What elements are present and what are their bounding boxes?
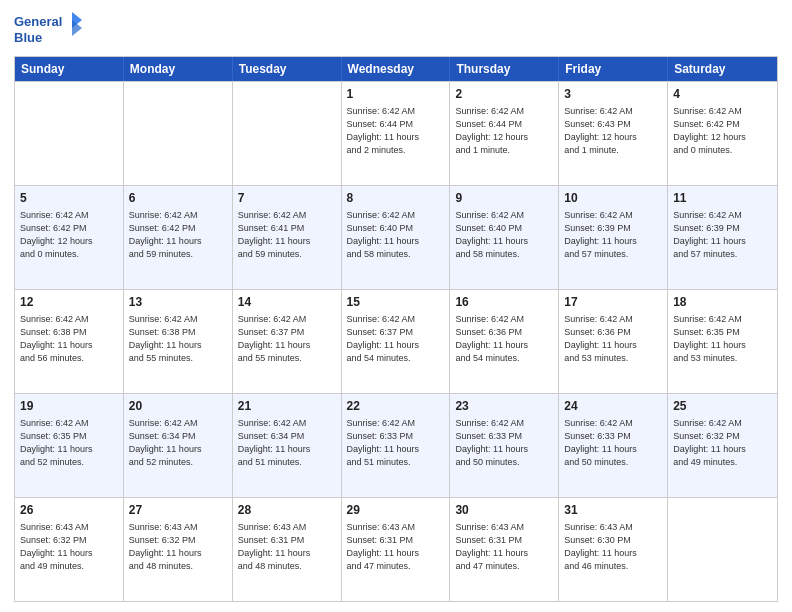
calendar-cell: 9Sunrise: 6:42 AMSunset: 6:40 PMDaylight… <box>450 186 559 289</box>
day-number: 1 <box>347 86 445 103</box>
day-number: 3 <box>564 86 662 103</box>
cell-info: Sunrise: 6:42 AMSunset: 6:42 PMDaylight:… <box>129 209 227 261</box>
day-number: 22 <box>347 398 445 415</box>
header-day-friday: Friday <box>559 57 668 81</box>
calendar-row-1: 5Sunrise: 6:42 AMSunset: 6:42 PMDaylight… <box>15 185 777 289</box>
calendar-cell: 28Sunrise: 6:43 AMSunset: 6:31 PMDayligh… <box>233 498 342 601</box>
day-number: 27 <box>129 502 227 519</box>
cell-info: Sunrise: 6:42 AMSunset: 6:33 PMDaylight:… <box>455 417 553 469</box>
cell-info: Sunrise: 6:42 AMSunset: 6:44 PMDaylight:… <box>347 105 445 157</box>
calendar-cell <box>668 498 777 601</box>
day-number: 9 <box>455 190 553 207</box>
cell-info: Sunrise: 6:42 AMSunset: 6:42 PMDaylight:… <box>20 209 118 261</box>
calendar-cell: 15Sunrise: 6:42 AMSunset: 6:37 PMDayligh… <box>342 290 451 393</box>
header-day-tuesday: Tuesday <box>233 57 342 81</box>
calendar-cell: 4Sunrise: 6:42 AMSunset: 6:42 PMDaylight… <box>668 82 777 185</box>
calendar-cell: 25Sunrise: 6:42 AMSunset: 6:32 PMDayligh… <box>668 394 777 497</box>
calendar-cell: 29Sunrise: 6:43 AMSunset: 6:31 PMDayligh… <box>342 498 451 601</box>
cell-info: Sunrise: 6:42 AMSunset: 6:42 PMDaylight:… <box>673 105 772 157</box>
day-number: 18 <box>673 294 772 311</box>
calendar-cell: 12Sunrise: 6:42 AMSunset: 6:38 PMDayligh… <box>15 290 124 393</box>
calendar-cell: 23Sunrise: 6:42 AMSunset: 6:33 PMDayligh… <box>450 394 559 497</box>
cell-info: Sunrise: 6:42 AMSunset: 6:36 PMDaylight:… <box>455 313 553 365</box>
cell-info: Sunrise: 6:42 AMSunset: 6:37 PMDaylight:… <box>347 313 445 365</box>
day-number: 28 <box>238 502 336 519</box>
calendar: SundayMondayTuesdayWednesdayThursdayFrid… <box>14 56 778 602</box>
cell-info: Sunrise: 6:42 AMSunset: 6:43 PMDaylight:… <box>564 105 662 157</box>
calendar-cell: 7Sunrise: 6:42 AMSunset: 6:41 PMDaylight… <box>233 186 342 289</box>
calendar-cell: 6Sunrise: 6:42 AMSunset: 6:42 PMDaylight… <box>124 186 233 289</box>
logo-svg: General Blue <box>14 10 84 50</box>
cell-info: Sunrise: 6:42 AMSunset: 6:38 PMDaylight:… <box>129 313 227 365</box>
calendar-row-3: 19Sunrise: 6:42 AMSunset: 6:35 PMDayligh… <box>15 393 777 497</box>
calendar-cell: 22Sunrise: 6:42 AMSunset: 6:33 PMDayligh… <box>342 394 451 497</box>
day-number: 12 <box>20 294 118 311</box>
calendar-cell: 8Sunrise: 6:42 AMSunset: 6:40 PMDaylight… <box>342 186 451 289</box>
day-number: 8 <box>347 190 445 207</box>
day-number: 31 <box>564 502 662 519</box>
header-day-saturday: Saturday <box>668 57 777 81</box>
header-day-monday: Monday <box>124 57 233 81</box>
day-number: 24 <box>564 398 662 415</box>
logo: General Blue <box>14 10 84 50</box>
day-number: 15 <box>347 294 445 311</box>
cell-info: Sunrise: 6:43 AMSunset: 6:30 PMDaylight:… <box>564 521 662 573</box>
calendar-cell: 21Sunrise: 6:42 AMSunset: 6:34 PMDayligh… <box>233 394 342 497</box>
day-number: 6 <box>129 190 227 207</box>
header-day-thursday: Thursday <box>450 57 559 81</box>
day-number: 25 <box>673 398 772 415</box>
cell-info: Sunrise: 6:42 AMSunset: 6:37 PMDaylight:… <box>238 313 336 365</box>
calendar-cell: 5Sunrise: 6:42 AMSunset: 6:42 PMDaylight… <box>15 186 124 289</box>
header-day-wednesday: Wednesday <box>342 57 451 81</box>
day-number: 14 <box>238 294 336 311</box>
day-number: 26 <box>20 502 118 519</box>
cell-info: Sunrise: 6:42 AMSunset: 6:38 PMDaylight:… <box>20 313 118 365</box>
cell-info: Sunrise: 6:42 AMSunset: 6:41 PMDaylight:… <box>238 209 336 261</box>
calendar-cell: 3Sunrise: 6:42 AMSunset: 6:43 PMDaylight… <box>559 82 668 185</box>
cell-info: Sunrise: 6:42 AMSunset: 6:35 PMDaylight:… <box>20 417 118 469</box>
day-number: 13 <box>129 294 227 311</box>
day-number: 10 <box>564 190 662 207</box>
svg-text:Blue: Blue <box>14 30 42 45</box>
day-number: 2 <box>455 86 553 103</box>
calendar-cell <box>124 82 233 185</box>
cell-info: Sunrise: 6:43 AMSunset: 6:32 PMDaylight:… <box>20 521 118 573</box>
cell-info: Sunrise: 6:42 AMSunset: 6:39 PMDaylight:… <box>673 209 772 261</box>
svg-text:General: General <box>14 14 62 29</box>
calendar-cell: 14Sunrise: 6:42 AMSunset: 6:37 PMDayligh… <box>233 290 342 393</box>
day-number: 21 <box>238 398 336 415</box>
cell-info: Sunrise: 6:42 AMSunset: 6:40 PMDaylight:… <box>455 209 553 261</box>
calendar-header: SundayMondayTuesdayWednesdayThursdayFrid… <box>15 57 777 81</box>
calendar-cell: 18Sunrise: 6:42 AMSunset: 6:35 PMDayligh… <box>668 290 777 393</box>
header-day-sunday: Sunday <box>15 57 124 81</box>
cell-info: Sunrise: 6:42 AMSunset: 6:44 PMDaylight:… <box>455 105 553 157</box>
calendar-cell: 19Sunrise: 6:42 AMSunset: 6:35 PMDayligh… <box>15 394 124 497</box>
day-number: 19 <box>20 398 118 415</box>
page-header: General Blue <box>14 10 778 50</box>
calendar-cell: 20Sunrise: 6:42 AMSunset: 6:34 PMDayligh… <box>124 394 233 497</box>
cell-info: Sunrise: 6:42 AMSunset: 6:34 PMDaylight:… <box>238 417 336 469</box>
cell-info: Sunrise: 6:42 AMSunset: 6:39 PMDaylight:… <box>564 209 662 261</box>
cell-info: Sunrise: 6:42 AMSunset: 6:34 PMDaylight:… <box>129 417 227 469</box>
calendar-cell: 2Sunrise: 6:42 AMSunset: 6:44 PMDaylight… <box>450 82 559 185</box>
day-number: 30 <box>455 502 553 519</box>
calendar-body: 1Sunrise: 6:42 AMSunset: 6:44 PMDaylight… <box>15 81 777 601</box>
day-number: 29 <box>347 502 445 519</box>
day-number: 11 <box>673 190 772 207</box>
cell-info: Sunrise: 6:42 AMSunset: 6:33 PMDaylight:… <box>564 417 662 469</box>
cell-info: Sunrise: 6:42 AMSunset: 6:32 PMDaylight:… <box>673 417 772 469</box>
calendar-cell <box>15 82 124 185</box>
cell-info: Sunrise: 6:42 AMSunset: 6:33 PMDaylight:… <box>347 417 445 469</box>
calendar-cell: 30Sunrise: 6:43 AMSunset: 6:31 PMDayligh… <box>450 498 559 601</box>
calendar-cell: 27Sunrise: 6:43 AMSunset: 6:32 PMDayligh… <box>124 498 233 601</box>
day-number: 5 <box>20 190 118 207</box>
day-number: 23 <box>455 398 553 415</box>
cell-info: Sunrise: 6:43 AMSunset: 6:32 PMDaylight:… <box>129 521 227 573</box>
cell-info: Sunrise: 6:43 AMSunset: 6:31 PMDaylight:… <box>455 521 553 573</box>
calendar-cell: 11Sunrise: 6:42 AMSunset: 6:39 PMDayligh… <box>668 186 777 289</box>
calendar-cell: 10Sunrise: 6:42 AMSunset: 6:39 PMDayligh… <box>559 186 668 289</box>
calendar-cell: 13Sunrise: 6:42 AMSunset: 6:38 PMDayligh… <box>124 290 233 393</box>
calendar-cell: 1Sunrise: 6:42 AMSunset: 6:44 PMDaylight… <box>342 82 451 185</box>
calendar-row-4: 26Sunrise: 6:43 AMSunset: 6:32 PMDayligh… <box>15 497 777 601</box>
cell-info: Sunrise: 6:42 AMSunset: 6:36 PMDaylight:… <box>564 313 662 365</box>
